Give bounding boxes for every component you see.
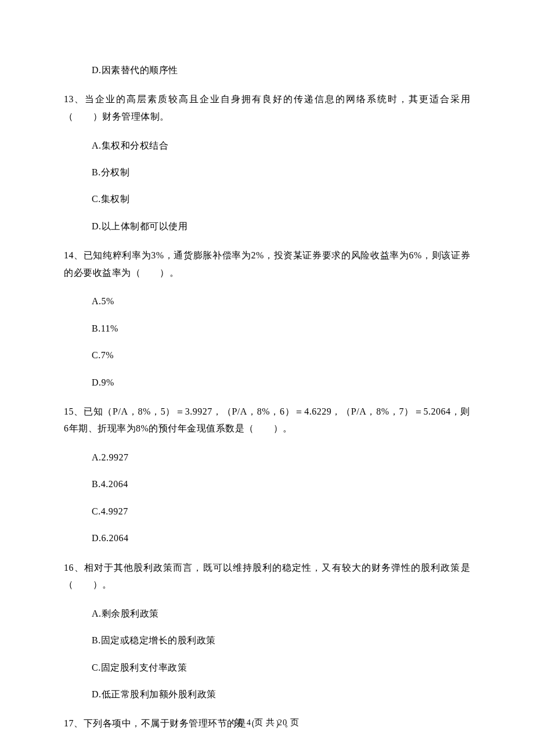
q14-option-a: A.5% [64,295,470,308]
q13-options: A.集权和分权结合 B.分权制 C.集权制 D.以上体制都可以使用 [64,139,470,233]
q13-stem: 13、当企业的高层素质较高且企业自身拥有良好的传递信息的网络系统时，其更适合采用… [64,91,470,125]
q14-options: A.5% B.11% C.7% D.9% [64,295,470,389]
q16-options: A.剩余股利政策 B.固定或稳定增长的股利政策 C.固定股利支付率政策 D.低正… [64,607,470,701]
q16-stem: 16、相对于其他股利政策而言，既可以维持股利的稳定性，又有较大的财务弹性的股利政… [64,559,470,593]
q15-option-b: B.4.2064 [64,478,470,491]
q16-option-a: A.剩余股利政策 [64,607,470,620]
page-footer: 第 4 页 共 20 页 [0,717,534,728]
q15-option-a: A.2.9927 [64,451,470,464]
page: D.因素替代的顺序性 13、当企业的高层素质较高且企业自身拥有良好的传递信息的网… [0,0,534,756]
q13-option-b: B.分权制 [64,166,470,179]
q16-option-c: C.固定股利支付率政策 [64,661,470,674]
q16-option-b: B.固定或稳定增长的股利政策 [64,634,470,647]
q12-option-d: D.因素替代的顺序性 [64,64,470,77]
q13-option-c: C.集权制 [64,193,470,206]
q14-stem: 14、已知纯粹利率为3%，通货膨胀补偿率为2%，投资某证券要求的风险收益率为6%… [64,247,470,281]
q15-option-c: C.4.9927 [64,505,470,518]
q15-stem: 15、已知（P/A，8%，5）＝3.9927，（P/A，8%，6）＝4.6229… [64,403,470,437]
q13-option-a: A.集权和分权结合 [64,139,470,152]
q15-options: A.2.9927 B.4.2064 C.4.9927 D.6.2064 [64,451,470,545]
q13-option-d: D.以上体制都可以使用 [64,220,470,233]
q14-option-c: C.7% [64,349,470,362]
q14-option-b: B.11% [64,322,470,335]
q15-option-d: D.6.2064 [64,532,470,545]
q16-option-d: D.低正常股利加额外股利政策 [64,688,470,701]
q14-option-d: D.9% [64,376,470,389]
